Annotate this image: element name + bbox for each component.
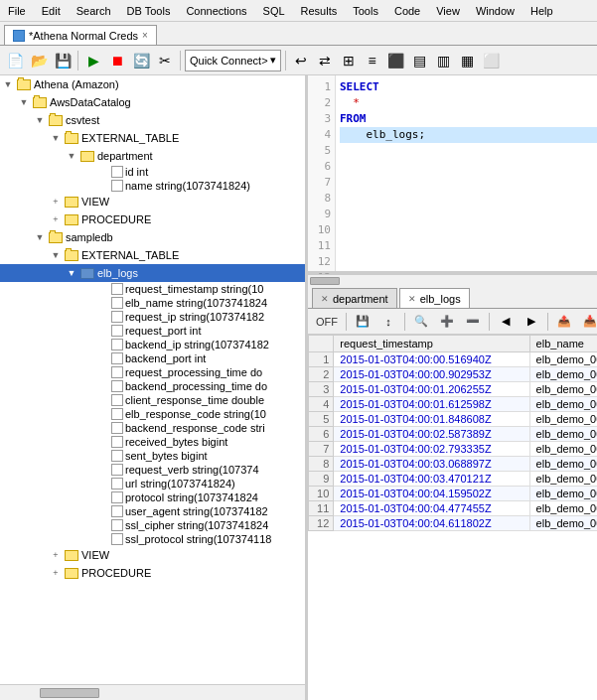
tree-node-view-sampledb[interactable]: + VIEW xyxy=(0,546,305,564)
menu-sql[interactable]: SQL xyxy=(255,3,293,19)
tree-field-client-resp-time[interactable]: client_response_time double xyxy=(0,393,305,407)
toolbar-new-btn[interactable]: 📄 xyxy=(4,50,26,71)
results-sort-btn[interactable]: ↕ xyxy=(376,312,400,332)
expand-ext-sampledb[interactable]: ▼ xyxy=(48,247,64,263)
toolbar-btn-c[interactable]: ⊞ xyxy=(338,50,360,71)
toolbar-open-btn[interactable]: 📂 xyxy=(28,50,50,71)
col-header-ts[interactable]: request_timestamp xyxy=(334,336,529,352)
tree-node-catalog[interactable]: ▼ AwsDataCatalog xyxy=(0,93,305,111)
tree-field-back-proc-time[interactable]: backend_processing_time do xyxy=(0,379,305,393)
table-row[interactable]: 32015-01-03T04:00:01.206255Zelb_demo_009 xyxy=(309,382,598,397)
toolbar-btn-g[interactable]: ▥ xyxy=(433,50,455,71)
table-row[interactable]: 42015-01-03T04:00:01.612598Zelb_demo_006 xyxy=(309,397,598,412)
toolbar-stop-btn[interactable]: ⏹ xyxy=(106,50,128,71)
table-row[interactable]: 102015-01-03T04:00:04.159502Zelb_demo_00… xyxy=(309,487,598,501)
toolbar-btn-f[interactable]: ▤ xyxy=(409,50,431,71)
toolbar-run-btn[interactable]: ▶ xyxy=(82,50,104,71)
col-header-elb[interactable]: elb_name xyxy=(529,336,597,352)
table-row[interactable]: 82015-01-03T04:00:03.068897Zelb_demo_006 xyxy=(309,457,598,472)
expand-ext-csvtest[interactable]: ▼ xyxy=(48,130,64,146)
tree-field-sent-bytes[interactable]: sent_bytes bigint xyxy=(0,449,305,463)
toolbar-btn-d[interactable]: ≡ xyxy=(362,50,383,71)
tree-field-recv-bytes[interactable]: received_bytes bigint xyxy=(0,435,305,449)
tree-node-department[interactable]: ▼ department xyxy=(0,147,305,165)
menu-connections[interactable]: Connections xyxy=(178,3,254,19)
results-tab-department[interactable]: ✕ department xyxy=(312,288,397,308)
toolbar-btn-b[interactable]: ⇄ xyxy=(314,50,336,71)
tree-field-ssl-protocol[interactable]: ssl_protocol string(107374118 xyxy=(0,532,305,546)
tree-field-url[interactable]: url string(1073741824) xyxy=(0,477,305,490)
tree-field-user-agent[interactable]: user_agent string(107374182 xyxy=(0,504,305,518)
expand-proc-sampledb[interactable]: + xyxy=(48,565,64,581)
table-row[interactable]: 92015-01-03T04:00:03.470121Zelb_demo_004 xyxy=(309,472,598,487)
sql-content-area[interactable]: SELECT * FROM elb_logs; xyxy=(336,75,597,271)
table-row[interactable]: 72015-01-03T04:00:02.793335Zelb_demo_003 xyxy=(309,442,598,457)
table-row[interactable]: 52015-01-03T04:00:01.848608Zelb_demo_008 xyxy=(309,412,598,427)
menu-help[interactable]: Help xyxy=(522,3,561,19)
tree-field-req-ts[interactable]: request_timestamp string(10 xyxy=(0,282,305,296)
results-next-btn[interactable]: ▶ xyxy=(520,312,543,332)
results-add-btn[interactable]: ➕ xyxy=(435,312,459,332)
table-row[interactable]: 62015-01-03T04:00:02.587389Zelb_demo_007 xyxy=(309,427,598,442)
table-row[interactable]: 122015-01-03T04:00:04.611802Zelb_demo_00… xyxy=(309,516,598,531)
tree-field-backend-port[interactable]: backend_port int xyxy=(0,351,305,365)
tree-node-athena[interactable]: ▼ Athena (Amazon) xyxy=(0,75,305,93)
expand-sampledb[interactable]: ▼ xyxy=(32,229,48,245)
toolbar-save-btn[interactable]: 💾 xyxy=(52,50,74,71)
tree-node-proc-sampledb[interactable]: + PROCEDURE xyxy=(0,564,305,582)
tree-field-req-port[interactable]: request_port int xyxy=(0,324,305,338)
menu-dbtools[interactable]: DB Tools xyxy=(119,3,179,19)
tree-node-elb-logs[interactable]: ▼ elb_logs xyxy=(0,264,305,282)
quick-connect-btn[interactable]: Quick Connect> ▾ xyxy=(185,50,281,71)
results-del-btn[interactable]: ➖ xyxy=(461,312,485,332)
tree-node-proc-csvtest[interactable]: + PROCEDURE xyxy=(0,210,305,228)
results-tab-close-elb[interactable]: ✕ xyxy=(408,294,416,304)
toolbar-refresh-btn[interactable]: 🔄 xyxy=(130,50,152,71)
menu-tools[interactable]: Tools xyxy=(345,3,386,19)
tree-field-backend-ip[interactable]: backend_ip string(107374182 xyxy=(0,338,305,351)
tab-close-btn[interactable]: × xyxy=(142,30,148,41)
expand-catalog[interactable]: ▼ xyxy=(16,94,32,110)
table-row[interactable]: 22015-01-03T04:00:00.902953Zelb_demo_005 xyxy=(309,367,598,382)
tree-field-id[interactable]: id int xyxy=(0,165,305,179)
table-row[interactable]: 12015-01-03T04:00:00.516940Zelb_demo_003 xyxy=(309,352,598,367)
expand-proc-csvtest[interactable]: + xyxy=(48,211,64,227)
menu-search[interactable]: Search xyxy=(69,3,119,19)
tree-field-ssl-cipher[interactable]: ssl_cipher string(1073741824 xyxy=(0,518,305,532)
tree-field-back-resp-code[interactable]: backend_response_code stri xyxy=(0,421,305,435)
toolbar-btn-i[interactable]: ⬜ xyxy=(481,50,503,71)
tree-field-req-ip[interactable]: request_ip string(107374182 xyxy=(0,310,305,324)
expand-athena[interactable]: ▼ xyxy=(0,76,16,92)
menu-window[interactable]: Window xyxy=(468,3,522,19)
results-save-btn[interactable]: 💾 xyxy=(351,312,374,332)
tree-node-ext-sampledb[interactable]: ▼ EXTERNAL_TABLE xyxy=(0,246,305,264)
tree-field-req-proc-time[interactable]: request_processing_time do xyxy=(0,365,305,379)
sql-scroll-thumb[interactable] xyxy=(310,277,340,285)
toolbar-btn-a[interactable]: ↩ xyxy=(290,50,312,71)
results-import-btn[interactable]: 📥 xyxy=(578,312,597,332)
results-export-btn[interactable]: 📤 xyxy=(552,312,576,332)
sql-editor[interactable]: 12345 678910 1112131415 1617 SELECT * FR… xyxy=(308,75,597,274)
tree-field-name[interactable]: name string(1073741824) xyxy=(0,179,305,193)
expand-view-csvtest[interactable]: + xyxy=(48,194,64,210)
sql-h-scrollbar[interactable] xyxy=(308,274,597,286)
results-prev-btn[interactable]: ◀ xyxy=(494,312,518,332)
expand-department[interactable]: ▼ xyxy=(64,148,79,164)
tree-field-elb-resp-code[interactable]: elb_response_code string(10 xyxy=(0,407,305,421)
tree-node-csvtest[interactable]: ▼ csvtest xyxy=(0,111,305,129)
main-tab[interactable]: *Athena Normal Creds × xyxy=(4,25,157,45)
expand-view-sampledb[interactable]: + xyxy=(48,547,64,563)
table-row[interactable]: 112015-01-03T04:00:04.477455Zelb_demo_00… xyxy=(309,501,598,516)
menu-edit[interactable]: Edit xyxy=(34,3,69,19)
expand-csvtest[interactable]: ▼ xyxy=(32,112,48,128)
tree-h-thumb[interactable] xyxy=(40,688,99,698)
tree-node-ext-csvtest[interactable]: ▼ EXTERNAL_TABLE xyxy=(0,129,305,147)
menu-view[interactable]: View xyxy=(428,3,468,19)
toolbar-btn-e[interactable]: ⬛ xyxy=(385,50,407,71)
tree-h-scrollbar[interactable] xyxy=(0,684,305,700)
expand-elb-logs[interactable]: ▼ xyxy=(64,265,79,281)
menu-file[interactable]: File xyxy=(0,3,34,19)
tree-node-sampledb[interactable]: ▼ sampledb xyxy=(0,228,305,246)
tree-field-req-verb[interactable]: request_verb string(107374 xyxy=(0,463,305,477)
toolbar-btn-h[interactable]: ▦ xyxy=(457,50,479,71)
